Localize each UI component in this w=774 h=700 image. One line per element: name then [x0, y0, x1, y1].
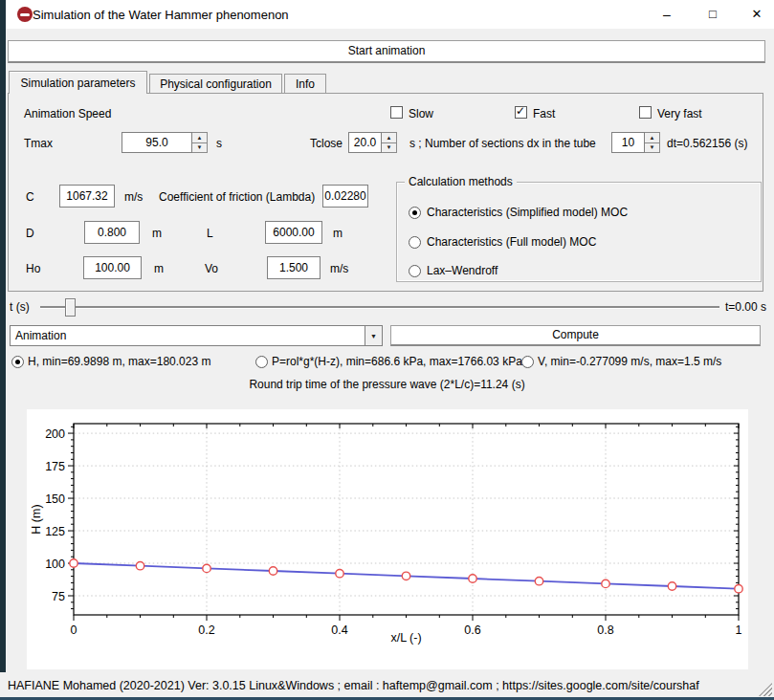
- svg-text:100: 100: [45, 558, 65, 571]
- display-mode-combobox[interactable]: Animation ▼: [10, 325, 383, 346]
- desktop-background: [0, 0, 6, 672]
- round-trip-label: Round trip time of the pressure wave (2*…: [0, 378, 774, 391]
- display-v-radio[interactable]: [521, 356, 534, 368]
- ho-label: Ho: [26, 262, 40, 275]
- ho-field[interactable]: 100.00: [83, 256, 142, 279]
- method-lax-wendroff-label[interactable]: Lax–Wendroff: [427, 264, 498, 277]
- svg-text:0: 0: [71, 623, 77, 637]
- spin-down-icon[interactable]: ▼: [382, 142, 397, 154]
- svg-text:150: 150: [45, 492, 65, 506]
- display-p-label[interactable]: P=rol*g*(H-z), min=686.6 kPa, max=1766.0…: [272, 355, 522, 368]
- start-animation-button[interactable]: Start animation: [8, 40, 765, 63]
- svg-text:0.8: 0.8: [597, 623, 613, 637]
- minimize-button[interactable]: –: [652, 0, 681, 29]
- c-field[interactable]: 1067.32: [59, 185, 115, 208]
- display-h-radio[interactable]: [11, 356, 24, 368]
- vo-field[interactable]: 1.500: [267, 256, 321, 279]
- svg-text:125: 125: [45, 525, 65, 538]
- sections-label: s ; Number of sections dx in the tube: [409, 137, 596, 150]
- d-field[interactable]: 0.800: [84, 221, 140, 244]
- time-slider-thumb[interactable]: [65, 298, 76, 317]
- display-v-label[interactable]: V, min=-0.277099 m/s, max=1.5 m/s: [538, 355, 721, 368]
- dt-label: dt=0.562156 (s): [667, 137, 747, 150]
- svg-text:x/L (-): x/L (-): [390, 631, 421, 645]
- tab-simulation-parameters[interactable]: Simulation parameters: [9, 71, 147, 94]
- lambda-label: Coefficient of friction (Lambda): [159, 190, 315, 204]
- slow-checkbox-label[interactable]: Slow: [409, 107, 433, 120]
- app-window: Simulation of the Water Hammer phenomeno…: [0, 0, 774, 700]
- tab-info[interactable]: Info: [284, 74, 326, 94]
- combobox-value: Animation: [11, 329, 66, 342]
- method-full-radio[interactable]: [409, 236, 421, 249]
- time-slider-track[interactable]: [40, 306, 719, 308]
- statusbar: HAFIANE Mohamed (2020-2021) Ver: 3.0.15 …: [0, 675, 774, 697]
- titlebar: Simulation of the Water Hammer phenomeno…: [6, 0, 774, 29]
- l-unit: m: [333, 227, 343, 240]
- method-simplified-radio[interactable]: [409, 207, 421, 219]
- display-h-label[interactable]: H, min=69.9898 m, max=180.023 m: [28, 355, 210, 368]
- animation-speed-label: Animation Speed: [24, 107, 111, 120]
- lambda-field[interactable]: 0.02280: [322, 185, 368, 208]
- tab-physical-configuration[interactable]: Physical configuration: [149, 74, 282, 94]
- svg-text:200: 200: [45, 427, 65, 441]
- vo-unit: m/s: [330, 262, 348, 275]
- spin-up-icon[interactable]: ▲: [382, 132, 397, 142]
- method-full-label[interactable]: Characteristics (Full model) MOC: [427, 235, 596, 249]
- tmax-label: Tmax: [24, 137, 53, 150]
- close-button[interactable]: ✕: [742, 0, 771, 29]
- fast-checkbox[interactable]: ✓: [515, 106, 527, 119]
- chart-svg: 7510012515017520000.20.40.60.81H (m)x/L …: [27, 409, 748, 669]
- tclose-label: Tclose: [310, 137, 343, 150]
- c-unit: m/s: [124, 190, 143, 204]
- very-fast-checkbox[interactable]: ✓: [639, 106, 652, 119]
- tclose-value[interactable]: 20.0: [348, 132, 382, 153]
- app-icon: [17, 7, 33, 22]
- method-simplified-label[interactable]: Characteristics (Simplified model) MOC: [427, 206, 628, 219]
- app-icon-bar: [20, 13, 30, 16]
- check-icon: ✓: [516, 104, 525, 118]
- time-value-label: t=0.00 s: [725, 300, 766, 314]
- chart-panel: 7510012515017520000.20.40.60.81H (m)x/L …: [27, 409, 748, 669]
- l-field[interactable]: 6000.00: [265, 221, 322, 244]
- sections-spinner[interactable]: 10 ▲ ▼: [611, 132, 660, 153]
- very-fast-checkbox-label[interactable]: Very fast: [657, 107, 702, 120]
- chevron-down-icon[interactable]: ▼: [365, 326, 382, 345]
- tclose-spinner[interactable]: 20.0 ▲ ▼: [348, 132, 397, 153]
- svg-text:H (m): H (m): [30, 504, 43, 534]
- svg-text:1: 1: [736, 623, 742, 637]
- tmax-spinner[interactable]: 95.0 ▲ ▼: [122, 132, 208, 153]
- d-label: D: [26, 227, 34, 240]
- window-title: Simulation of the Water Hammer phenomeno…: [33, 8, 289, 22]
- slow-checkbox[interactable]: ✓: [390, 106, 403, 119]
- svg-text:75: 75: [52, 590, 65, 603]
- spin-down-icon[interactable]: ▼: [645, 142, 660, 154]
- calc-methods-title: Calculation methods: [405, 175, 517, 188]
- maximize-button[interactable]: □: [698, 0, 727, 29]
- svg-text:0.4: 0.4: [331, 623, 347, 637]
- spin-up-icon[interactable]: ▲: [645, 132, 660, 142]
- calc-methods-groupbox: Calculation methods Characteristics (Sim…: [396, 182, 762, 282]
- status-text: HAFIANE Mohamed (2020-2021) Ver: 3.0.15 …: [8, 675, 699, 697]
- c-label: C: [26, 190, 34, 204]
- l-label: L: [207, 227, 213, 240]
- svg-text:0.6: 0.6: [464, 623, 480, 637]
- sections-value[interactable]: 10: [611, 132, 645, 153]
- d-unit: m: [152, 227, 162, 240]
- compute-button[interactable]: Compute: [390, 325, 761, 346]
- display-p-radio[interactable]: [255, 356, 268, 368]
- svg-text:175: 175: [45, 460, 65, 473]
- tmax-unit: s: [216, 137, 222, 150]
- tmax-value[interactable]: 95.0: [122, 132, 192, 153]
- method-lax-wendroff-radio[interactable]: [409, 265, 421, 277]
- svg-text:0.2: 0.2: [198, 623, 214, 637]
- time-slider-label: t (s): [10, 300, 30, 314]
- fast-checkbox-label[interactable]: Fast: [533, 107, 555, 120]
- spin-down-icon[interactable]: ▼: [192, 142, 208, 154]
- spin-up-icon[interactable]: ▲: [192, 132, 208, 142]
- vo-label: Vo: [205, 262, 218, 275]
- ho-unit: m: [154, 262, 164, 275]
